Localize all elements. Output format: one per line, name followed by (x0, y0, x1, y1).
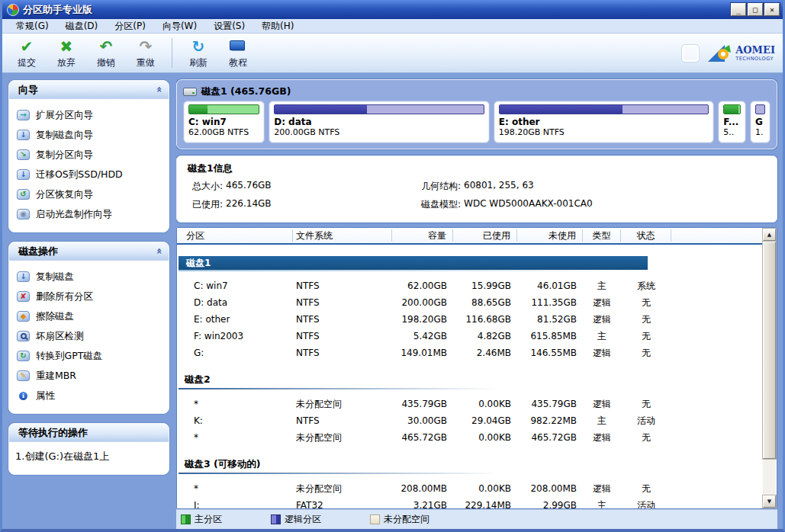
redo-button[interactable]: ↷ 重做 (126, 35, 166, 71)
vertical-scrollbar[interactable]: ▲ ▼ (763, 229, 776, 508)
column-partition[interactable]: 分区 (177, 229, 293, 242)
cell: 2.99GB (517, 500, 583, 508)
menu-settings[interactable]: 设置(S) (206, 19, 253, 34)
partition-block-c[interactable]: C: win7 62.00GB NTFS (183, 101, 265, 143)
wizard-panel: 向导 « → 扩展分区向导 ↓ 复制磁盘向导 ↘ 复制分区向导 (8, 80, 169, 232)
table-row[interactable]: F: win2003 NTFS 5.42GB 4.82GB 615.85MB 主… (177, 328, 763, 345)
cell: F: win2003 (177, 331, 293, 341)
sidebar-item-properties[interactable]: i 属性 (17, 386, 164, 405)
partition-block-d[interactable]: D: data 200.00GB NTFS (269, 101, 490, 143)
pending-operations-header[interactable]: 等待执行的操作 (9, 424, 169, 442)
table-row[interactable]: * 未分配空间 435.79GB 0.00KB 435.79GB 逻辑 无 (177, 396, 763, 412)
cell: E: other (177, 314, 293, 325)
cell: 逻辑 (583, 482, 621, 495)
sidebar-item-migrate-os[interactable]: ↓ 迁移OS到SSD/HDD (17, 165, 164, 184)
undo-icon: ↶ (100, 37, 113, 56)
table-header-row: 分区 文件系统 容量 已使用 未使用 类型 状态 (177, 228, 777, 245)
refresh-button[interactable]: ↻ 刷新 (179, 35, 218, 71)
sidebar-item-rebuild-mbr[interactable]: ✎ 重建MBR (17, 366, 164, 386)
sidebar-item-wipe-disk[interactable]: ◆ 擦除磁盘 (17, 306, 164, 326)
apply-button[interactable]: ✔ 提交 (7, 35, 47, 71)
disk-group-header-disk1[interactable]: 磁盘1 (179, 256, 648, 270)
sidebar-item-delete-all-partitions[interactable]: ✘ 删除所有分区 (17, 287, 164, 306)
column-filesystem[interactable]: 文件系统 (293, 229, 392, 242)
column-type[interactable]: 类型 (583, 229, 621, 242)
scrollbar-thumb[interactable] (763, 242, 776, 459)
cell: 46.01GB (517, 280, 583, 291)
menu-partition[interactable]: 分区(P) (107, 19, 153, 34)
maximize-button[interactable]: □ (748, 3, 763, 16)
cell: 15.99GB (453, 280, 517, 291)
column-used[interactable]: 已使用 (453, 229, 517, 242)
legend-unallocated: 未分配空间 (370, 513, 429, 526)
sidebar-item-copy-partition-wizard[interactable]: ↘ 复制分区向导 (17, 145, 164, 165)
cell: 30.00GB (392, 415, 453, 426)
disk-group-header-disk2[interactable]: 磁盘2 (185, 373, 763, 386)
collapse-chevron-icon[interactable]: « (153, 86, 165, 92)
table-row[interactable]: E: other NTFS 198.20GB 116.68GB 81.52GB … (177, 311, 763, 328)
menu-disk[interactable]: 磁盘(D) (58, 19, 106, 34)
cell: 229.14MB (453, 500, 517, 508)
cell: NTFS (293, 348, 392, 358)
cell: 435.79GB (517, 399, 583, 409)
disk-group-header-disk3[interactable]: 磁盘3 (可移动的) (185, 458, 763, 471)
cell: 主 (583, 499, 621, 509)
partition-block-g[interactable]: G 1. (750, 101, 771, 143)
close-button[interactable]: ✕ (764, 3, 780, 16)
table-row[interactable]: * 未分配空间 465.72GB 0.00KB 465.72GB 逻辑 无 (177, 429, 763, 446)
cell: 主 (583, 330, 621, 343)
pending-operation-item[interactable]: 1.创建(G:)在磁盘1上 (15, 450, 162, 463)
sidebar-item-copy-disk[interactable]: ↓ 复制磁盘 (17, 267, 164, 287)
partition-block-f[interactable]: F... 5.. (718, 101, 746, 143)
cell: 208.00MB (392, 483, 453, 494)
table-row[interactable]: C: win7 NTFS 62.00GB 15.99GB 46.01GB 主 系… (177, 277, 763, 294)
column-capacity[interactable]: 容量 (392, 229, 453, 242)
cell: 活动 (621, 415, 671, 428)
menu-help[interactable]: 帮助(H) (254, 19, 301, 34)
tutorial-button[interactable]: 教程 (218, 35, 258, 71)
cell: 活动 (621, 499, 671, 509)
table-row[interactable]: D: data NTFS 200.00GB 88.65GB 111.35GB 逻… (177, 294, 763, 311)
sidebar-item-copy-disk-wizard[interactable]: ↓ 复制磁盘向导 (17, 125, 164, 145)
table-row[interactable]: K: NTFS 30.00GB 29.04GB 982.22MB 主 活动 (177, 412, 763, 429)
menu-wizard[interactable]: 向导(W) (155, 19, 204, 34)
pending-operations-panel: 等待执行的操作 1.创建(G:)在磁盘1上 (8, 423, 169, 475)
cell: 198.20GB (392, 314, 453, 325)
sidebar-item-extend-partition-wizard[interactable]: → 扩展分区向导 (17, 105, 164, 125)
cell: 116.68GB (453, 314, 517, 325)
discard-button[interactable]: ✖ 放弃 (47, 35, 86, 71)
cell: I: (177, 500, 293, 508)
cell: 逻辑 (583, 296, 621, 309)
check-icon: ✔ (21, 37, 34, 56)
sidebar-item-convert-to-gpt[interactable]: ↻ 转换到GPT磁盘 (17, 346, 164, 366)
table-row[interactable]: G: NTFS 149.01MB 2.46MB 146.55MB 逻辑 无 (177, 345, 763, 361)
table-row[interactable]: * 未分配空间 208.00MB 0.00KB 208.00MB 逻辑 无 (177, 480, 763, 497)
column-status[interactable]: 状态 (621, 229, 671, 242)
disk-info-title: 磁盘1信息 (188, 162, 766, 175)
refresh-icon: ↻ (192, 37, 205, 56)
undo-button[interactable]: ↶ 撤销 (86, 35, 126, 71)
scroll-up-button[interactable]: ▲ (763, 229, 776, 241)
column-unused[interactable]: 未使用 (517, 229, 583, 242)
disk-operations-panel-header[interactable]: 磁盘操作 « (9, 242, 169, 261)
cell: 系统 (621, 280, 671, 293)
legend-logical: 逻辑分区 (271, 513, 321, 526)
sidebar-item-bad-sector-test[interactable]: 坏扇区检测 (17, 326, 164, 346)
menu-general[interactable]: 常规(G) (8, 19, 56, 34)
title-bar: 分区助手专业版 _ □ ✕ (2, 0, 783, 19)
wizard-panel-header[interactable]: 向导 « (9, 81, 169, 99)
sidebar-item-bootable-cd-wizard[interactable]: ◉ 启动光盘制作向导 (17, 204, 164, 224)
sidebar-item-partition-recovery-wizard[interactable]: ↺ 分区恢复向导 (17, 184, 164, 204)
partition-block-e[interactable]: E: other 198.20GB NTFS (494, 101, 715, 143)
scroll-down-button[interactable]: ▼ (763, 495, 776, 508)
cell: 81.52GB (517, 314, 583, 325)
collapse-chevron-icon[interactable]: « (153, 248, 165, 254)
table-row[interactable]: I: FAT32 3.21GB 229.14MB 2.99GB 主 活动 (177, 497, 763, 508)
cell: * (177, 483, 293, 494)
window-layout-button[interactable] (682, 45, 699, 62)
cell: 465.72GB (517, 432, 583, 443)
minimize-button[interactable]: _ (731, 3, 746, 16)
disk-geometry: 几何结构:60801, 255, 63 (421, 180, 766, 193)
rebuild-mbr-icon: ✎ (17, 370, 30, 381)
cell: 逻辑 (583, 398, 621, 411)
